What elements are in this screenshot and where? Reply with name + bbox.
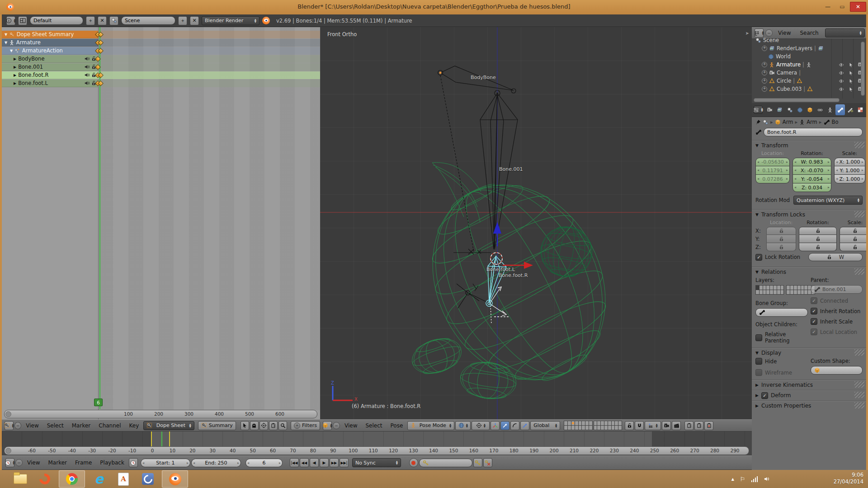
panel-header-relations[interactable]: ▼Relations bbox=[752, 267, 866, 277]
parent-field[interactable]: Bone.001 bbox=[811, 285, 863, 294]
inherit-scale-checkbox[interactable] bbox=[811, 318, 817, 325]
tab-scene[interactable] bbox=[785, 104, 795, 115]
jump-to-end-button[interactable]: ▶▶| bbox=[340, 458, 349, 467]
editor-type-properties-button[interactable]: ▲▼ bbox=[754, 106, 763, 114]
lock-loc-z[interactable] bbox=[766, 243, 796, 251]
timeline-editor[interactable]: -60-50-40-30-20-100102030405060708090100… bbox=[2, 432, 752, 455]
mode-dropdown[interactable]: Pose Mode▲▼ bbox=[407, 421, 454, 430]
snap-target-button[interactable] bbox=[259, 421, 268, 430]
network-signal-icon[interactable] bbox=[751, 476, 758, 482]
screen-layout-field[interactable]: Default bbox=[30, 16, 83, 25]
delete-keyframes-button[interactable] bbox=[483, 458, 492, 467]
menu-pose[interactable]: Pose bbox=[387, 422, 407, 429]
insert-keyframes-button[interactable] bbox=[473, 458, 482, 467]
collapse-menus-icon[interactable]: − bbox=[14, 422, 21, 429]
menu-marker[interactable]: Marker bbox=[68, 422, 94, 429]
paste-flipped-pose-button[interactable] bbox=[704, 421, 713, 430]
custom-shape-field[interactable] bbox=[811, 366, 863, 375]
lock-rotations-4d-checkbox[interactable] bbox=[755, 254, 762, 261]
channel-row-selected[interactable]: ▶ Bone.foot.R bbox=[2, 71, 320, 80]
tab-constraints[interactable] bbox=[815, 104, 825, 115]
editor-type-timeline-button[interactable]: ▲▼ bbox=[5, 458, 14, 467]
collapse-menus-icon[interactable]: − bbox=[333, 422, 340, 429]
collapse-triangle-icon[interactable]: ▶ bbox=[14, 73, 16, 77]
lock-rot-y[interactable] bbox=[799, 235, 837, 243]
wireframe-checkbox[interactable] bbox=[755, 369, 762, 376]
taskbar-blender-button[interactable] bbox=[162, 470, 188, 488]
expand-triangle-icon[interactable]: ▼ bbox=[5, 41, 7, 45]
lock-rot-x[interactable] bbox=[799, 227, 837, 235]
menu-channel[interactable]: Channel bbox=[95, 422, 124, 429]
jump-prev-keyframe-button[interactable]: ◀◀ bbox=[300, 458, 309, 467]
outliner-hscrollbar[interactable] bbox=[754, 98, 840, 102]
outliner-item-camera[interactable]: + Camera | bbox=[755, 69, 866, 77]
timeline-current-frame-line[interactable] bbox=[161, 432, 162, 446]
pivot-point-dropdown[interactable]: ▲▼ bbox=[472, 421, 490, 430]
jump-next-keyframe-button[interactable]: ▶▶ bbox=[330, 458, 339, 467]
rotation-mode-dropdown[interactable]: Quaternion (WXYZ)▲▼ bbox=[793, 196, 863, 205]
lock-scale-x[interactable] bbox=[840, 227, 866, 235]
volume-icon[interactable] bbox=[764, 476, 769, 482]
rotate-manipulator-button[interactable] bbox=[510, 421, 519, 430]
delete-scene-button[interactable]: ✕ bbox=[190, 16, 199, 25]
hide-checkbox[interactable] bbox=[755, 358, 762, 365]
layers-widget[interactable] bbox=[564, 421, 592, 430]
paste-pose-button[interactable] bbox=[694, 421, 703, 430]
copy-keyframes-button[interactable] bbox=[269, 421, 278, 430]
menu-view[interactable]: View bbox=[341, 422, 361, 429]
menu-key[interactable]: Key bbox=[126, 422, 143, 429]
mute-icon[interactable] bbox=[84, 56, 90, 61]
lock-scale-y[interactable] bbox=[840, 235, 866, 243]
collapse-triangle-icon[interactable]: ▶ bbox=[14, 81, 16, 85]
menu-select[interactable]: Select bbox=[362, 422, 386, 429]
expand-triangle-icon[interactable]: ▼ bbox=[5, 33, 7, 37]
outliner-item-world[interactable]: World bbox=[755, 52, 866, 61]
location-y-field[interactable]: ◂0.11791▸ bbox=[755, 166, 790, 175]
snap-element-dropdown[interactable]: ▲▼ bbox=[645, 421, 661, 430]
outliner-item-renderlayers[interactable]: + RenderLayers | bbox=[755, 44, 866, 52]
scene-icon-button[interactable] bbox=[109, 16, 118, 25]
delete-layout-button[interactable]: ✕ bbox=[98, 16, 107, 25]
menu-frame[interactable]: Frame bbox=[71, 460, 95, 466]
outliner-item-circle[interactable]: + Circle | bbox=[755, 77, 866, 85]
tab-material[interactable] bbox=[856, 104, 865, 115]
tab-armature-data[interactable] bbox=[826, 104, 835, 115]
location-x-field[interactable]: ◂-0.05630▸ bbox=[755, 158, 790, 166]
jump-to-start-button[interactable]: |◀◀ bbox=[290, 458, 299, 467]
use-preview-range-button[interactable] bbox=[129, 458, 138, 467]
tab-bone-constraints[interactable] bbox=[845, 104, 855, 115]
outliner-item-armature[interactable]: + Armature | bbox=[755, 61, 866, 69]
taskbar-origin-button[interactable] bbox=[34, 470, 55, 488]
collapse-triangle-icon[interactable]: ▶ bbox=[14, 65, 16, 69]
keyframe-line[interactable] bbox=[151, 432, 152, 446]
rotation-y-field[interactable]: ◂Y: -0.054▸ bbox=[793, 175, 831, 183]
inherit-rotation-checkbox[interactable] bbox=[811, 308, 817, 314]
scene-field[interactable]: Scene bbox=[121, 16, 175, 25]
rotation-z-field[interactable]: ◂Z: 0.034▸ bbox=[793, 183, 831, 192]
action-center-flag-icon[interactable]: ⚐ bbox=[740, 476, 745, 483]
taskbar-explorer-button[interactable] bbox=[10, 470, 31, 488]
lock-to-scene-button[interactable] bbox=[625, 421, 634, 430]
hidden-icons-chevron[interactable]: ▲ bbox=[731, 477, 734, 481]
scale-manipulator-button[interactable] bbox=[520, 421, 529, 430]
render-opengl-button[interactable] bbox=[662, 421, 671, 430]
channel-row[interactable]: ▼ Dope Sheet Summary bbox=[2, 31, 320, 39]
lock-loc-x[interactable] bbox=[766, 227, 796, 235]
menu-select[interactable]: Select bbox=[43, 422, 67, 429]
expand-icon[interactable]: + bbox=[762, 46, 767, 51]
timeline-ruler[interactable]: -60-50-40-30-20-100102030405060708090100… bbox=[4, 446, 749, 455]
visibility-icon[interactable] bbox=[838, 62, 844, 68]
render-engine-dropdown[interactable]: Blender Render▲▼ bbox=[202, 16, 259, 25]
mute-icon[interactable] bbox=[84, 72, 90, 78]
tab-render-layers[interactable] bbox=[775, 104, 784, 115]
snap-magnet-button[interactable] bbox=[635, 421, 644, 430]
expand-triangle-icon[interactable]: ▼ bbox=[10, 49, 13, 53]
taskbar-clock[interactable]: 9:06 27/04/2014 bbox=[834, 472, 863, 485]
panel-header-deform[interactable]: ▶Deform bbox=[752, 390, 866, 400]
render-anim-button[interactable] bbox=[672, 421, 681, 430]
tab-render[interactable] bbox=[765, 104, 774, 115]
keyframe-line[interactable] bbox=[169, 432, 170, 446]
rotation-x-field[interactable]: ◂X: -0.070▸ bbox=[793, 166, 831, 175]
bone-name-field[interactable]: Bone.foot.R bbox=[764, 128, 863, 136]
ghost-frames-button[interactable] bbox=[250, 421, 259, 430]
